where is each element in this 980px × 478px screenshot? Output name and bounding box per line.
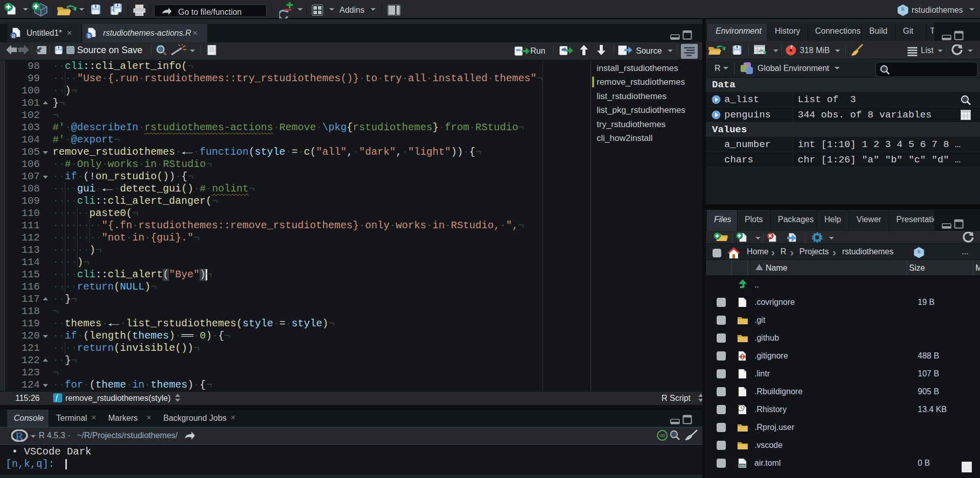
svg-text:R: R: [901, 6, 905, 12]
svg-text:R: R: [12, 33, 15, 39]
svg-text:∞: ∞: [660, 431, 665, 439]
svg-text:R: R: [87, 33, 91, 39]
svg-text:R: R: [917, 249, 921, 254]
svg-text:TOML: TOML: [738, 464, 746, 467]
svg-text:R: R: [15, 429, 24, 442]
